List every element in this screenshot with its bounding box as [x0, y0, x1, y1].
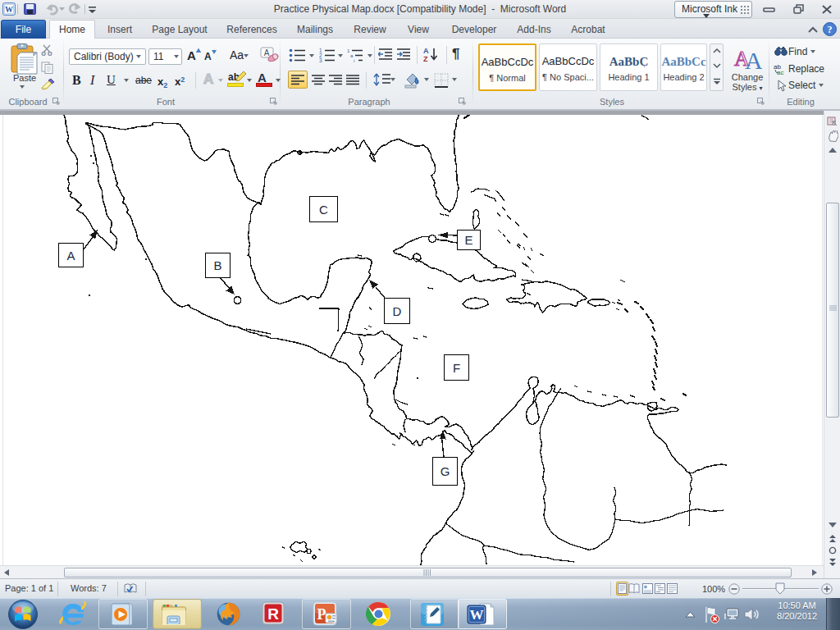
svg-text:i: i — [354, 58, 354, 63]
svg-text:A: A — [264, 48, 270, 57]
svg-text:P: P — [317, 606, 326, 623]
svg-text:R: R — [267, 605, 279, 623]
svg-text:W: W — [470, 607, 484, 623]
svg-text:A: A — [745, 47, 762, 71]
svg-text:A: A — [423, 47, 429, 55]
svg-text:ac: ac — [777, 69, 783, 75]
svg-text:Z: Z — [423, 55, 428, 63]
svg-text:W: W — [5, 5, 13, 14]
svg-text:?: ? — [828, 24, 833, 35]
svg-text:3: 3 — [319, 57, 322, 63]
